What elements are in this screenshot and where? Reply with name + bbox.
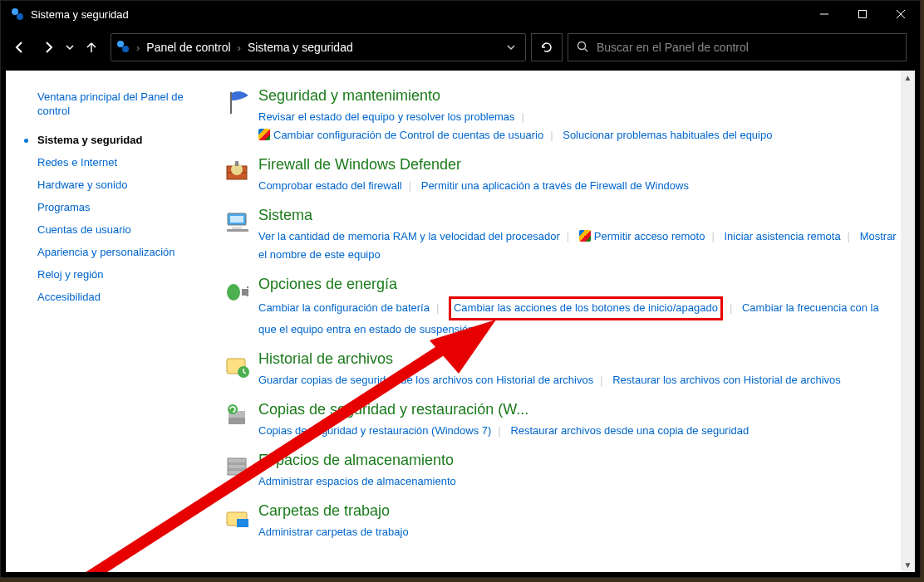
section-power-options: Opciones de energía Cambiar la configura… — [224, 276, 898, 338]
breadcrumb-current[interactable]: Sistema y seguridad — [243, 41, 358, 54]
search-placeholder: Buscar en el Panel de control — [597, 41, 749, 54]
section-storage-spaces: Espacios de almacenamiento Administrar e… — [224, 452, 898, 491]
link-remote-assist[interactable]: Iniciar asistencia remota — [724, 230, 840, 242]
svg-point-20 — [227, 284, 240, 301]
svg-point-28 — [228, 404, 238, 414]
breadcrumb-root[interactable]: Panel de control — [141, 41, 235, 54]
sidebar-item-user-accounts[interactable]: Cuentas de usuario — [37, 223, 210, 236]
storage-spaces-icon — [224, 452, 258, 491]
section-title-power[interactable]: Opciones de energía — [258, 276, 898, 293]
content-wrapper: ▲ ▼ Ventana principal del Panel de contr… — [1, 67, 920, 577]
section-title-workfolders[interactable]: Carpetas de trabajo — [258, 502, 898, 520]
link-restore-backup[interactable]: Restaurar archivos desde una copia de se… — [510, 424, 749, 437]
address-bar[interactable]: › Panel de control › Sistema y seguridad — [111, 33, 526, 61]
link-battery-settings[interactable]: Cambiar la configuración de batería — [258, 301, 430, 314]
forward-button[interactable] — [34, 33, 62, 61]
link-manage-workfolders[interactable]: Administrar carpetas de trabajo — [258, 526, 409, 538]
svg-rect-10 — [230, 92, 232, 114]
section-title-backup[interactable]: Copias de seguridad y restauración (W... — [258, 401, 898, 418]
annotation-highlight: Cambiar las acciones de los botones de i… — [449, 296, 723, 320]
section-title-file-history[interactable]: Historial de archivos — [258, 350, 898, 368]
flag-icon — [224, 87, 258, 144]
svg-point-8 — [578, 42, 586, 49]
title-bar: Sistema y seguridad — [1, 1, 920, 27]
up-button[interactable] — [77, 33, 106, 61]
section-system: Sistema Ver la cantidad de memoria RAM y… — [224, 207, 898, 264]
nav-bar: › Panel de control › Sistema y seguridad… — [1, 27, 920, 67]
recent-dropdown[interactable] — [62, 33, 77, 61]
back-button[interactable] — [6, 33, 34, 61]
svg-rect-33 — [237, 519, 248, 527]
minimize-button[interactable] — [805, 1, 843, 27]
svg-rect-29 — [228, 458, 246, 463]
main-panel: Seguridad y mantenimiento Revisar el est… — [219, 71, 915, 572]
sidebar-item-clock-region[interactable]: Reloj y región — [37, 268, 210, 281]
battery-plug-icon — [224, 276, 258, 338]
window: Sistema y seguridad › Panel de control ›… — [0, 0, 921, 578]
file-history-icon — [224, 350, 258, 389]
svg-rect-18 — [232, 227, 242, 229]
sidebar: Ventana principal del Panel de control S… — [6, 71, 219, 572]
window-title: Sistema y seguridad — [31, 8, 129, 21]
svg-point-6 — [117, 41, 124, 47]
sidebar-item-appearance[interactable]: Apariencia y personalización — [37, 246, 210, 258]
link-review-status[interactable]: Revisar el estado del equipo y resolver … — [258, 110, 515, 123]
section-work-folders: Carpetas de trabajo Administrar carpetas… — [224, 502, 898, 541]
backup-icon — [224, 401, 258, 440]
maximize-button[interactable] — [843, 1, 882, 27]
computer-icon — [224, 207, 258, 264]
svg-point-1 — [17, 13, 23, 20]
svg-rect-27 — [229, 418, 245, 424]
sidebar-item-hardware-sound[interactable]: Hardware y sonido — [37, 179, 210, 191]
section-title-firewall[interactable]: Firewall de Windows Defender — [258, 156, 898, 174]
svg-point-0 — [12, 8, 18, 15]
link-ram-cpu[interactable]: Ver la cantidad de memoria RAM y la velo… — [258, 230, 560, 242]
svg-rect-19 — [227, 229, 248, 232]
sidebar-item-network[interactable]: Redes e Internet — [37, 156, 210, 169]
scroll-up-arrow[interactable]: ▲ — [901, 71, 915, 85]
firewall-icon — [224, 156, 258, 195]
section-title-system[interactable]: Sistema — [258, 207, 898, 224]
svg-rect-17 — [230, 216, 243, 223]
section-firewall: Firewall de Windows Defender Comprobar e… — [224, 156, 898, 195]
chevron-right-icon[interactable]: › — [136, 42, 140, 54]
link-troubleshoot[interactable]: Solucionar problemas habituales del equi… — [563, 129, 772, 141]
link-allow-remote[interactable]: Permitir acceso remoto — [579, 230, 705, 242]
link-restore-file-history[interactable]: Restaurar los archivos con Historial de … — [612, 374, 841, 386]
search-icon — [577, 41, 588, 55]
chevron-right-icon[interactable]: › — [238, 42, 241, 54]
scrollbar-vertical[interactable]: ▲ ▼ — [901, 71, 915, 572]
content: ▲ ▼ Ventana principal del Panel de contr… — [6, 71, 915, 572]
link-firewall-allow-app[interactable]: Permitir una aplicación a través de Fire… — [421, 179, 689, 192]
scroll-down-arrow[interactable]: ▼ — [901, 558, 915, 572]
svg-rect-31 — [228, 470, 246, 475]
link-backup-restore-7[interactable]: Copias de seguridad y restauración (Wind… — [258, 424, 491, 437]
sidebar-item-programs[interactable]: Programas — [37, 201, 210, 213]
section-title-storage[interactable]: Espacios de almacenamiento — [258, 452, 898, 469]
refresh-button[interactable] — [531, 33, 563, 61]
control-panel-icon — [11, 7, 24, 21]
svg-rect-15 — [235, 161, 238, 166]
link-save-file-history[interactable]: Guardar copias de seguridad de los archi… — [258, 374, 593, 386]
address-dropdown-icon[interactable] — [502, 42, 520, 54]
section-title-security[interactable]: Seguridad y mantenimiento — [258, 87, 898, 105]
sidebar-home-link[interactable]: Ventana principal del Panel de control — [37, 90, 210, 119]
link-firewall-status[interactable]: Comprobar estado del firewall — [258, 179, 402, 192]
sidebar-item-system-security[interactable]: Sistema y seguridad — [37, 134, 210, 146]
link-manage-storage[interactable]: Administrar espacios de almacenamiento — [258, 475, 456, 487]
link-uac-settings[interactable]: Cambiar configuración de Control de cuen… — [258, 129, 543, 141]
svg-rect-21 — [242, 289, 248, 296]
svg-rect-3 — [859, 11, 867, 18]
svg-rect-30 — [228, 464, 246, 469]
link-power-buttons[interactable]: Cambiar las acciones de los botones de i… — [454, 301, 718, 314]
svg-point-7 — [122, 46, 129, 52]
sidebar-item-accessibility[interactable]: Accesibilidad — [37, 291, 210, 303]
close-button[interactable] — [882, 1, 920, 27]
search-box[interactable]: Buscar en el Panel de control — [568, 33, 907, 61]
svg-line-9 — [585, 48, 588, 51]
section-file-history: Historial de archivos Guardar copias de … — [224, 350, 898, 389]
work-folders-icon — [224, 502, 258, 541]
control-panel-icon — [116, 40, 131, 55]
section-backup-restore: Copias de seguridad y restauración (W...… — [224, 401, 898, 440]
section-security-maintenance: Seguridad y mantenimiento Revisar el est… — [224, 87, 898, 144]
